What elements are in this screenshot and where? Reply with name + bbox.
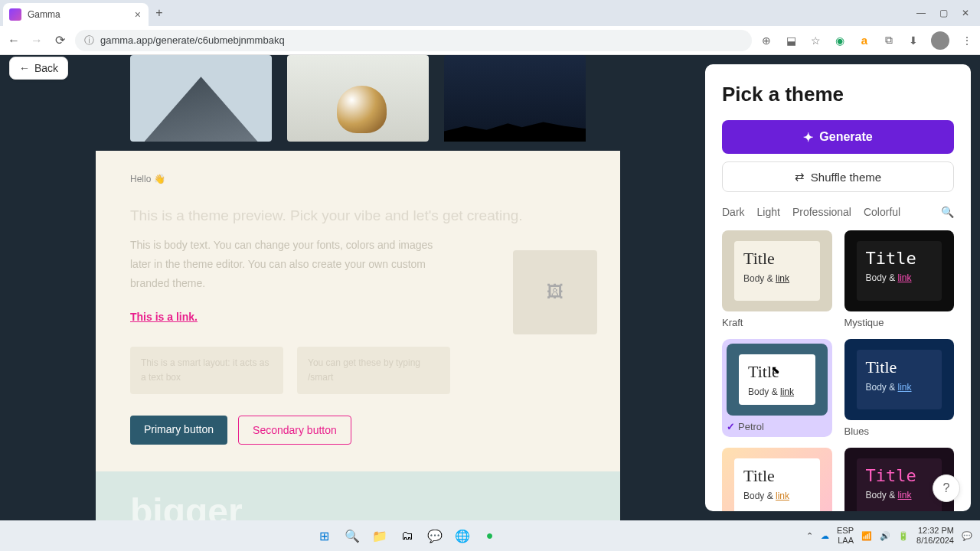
wifi-icon[interactable]: 📶	[861, 531, 872, 541]
smart-layout-box: This is a smart layout: it acts as a tex…	[130, 347, 283, 394]
theme-name-label: Mystique	[844, 317, 955, 328]
preview-canvas[interactable]: Hello 👋 This is a theme preview. Pick yo…	[96, 55, 620, 520]
notification-icon[interactable]: 💬	[962, 531, 972, 541]
browser-titlebar: Gamma × + — ▢ ✕	[0, 0, 980, 26]
preview-body: This is body text. You can change your f…	[130, 236, 436, 294]
theme-name-label: Blues	[844, 425, 955, 437]
explorer-icon[interactable]: 📁	[369, 525, 390, 546]
site-info-icon[interactable]: ⓘ	[84, 34, 94, 47]
tab-title: Gamma	[28, 9, 60, 20]
bigger-heading: bigger	[130, 491, 586, 520]
close-window-icon[interactable]: ✕	[962, 8, 969, 18]
clock[interactable]: 12:32 PM8/16/2024	[916, 526, 954, 546]
theme-sidebar: Pick a theme ✦ Generate ⇄ Shuffle theme …	[705, 64, 971, 511]
secondary-button[interactable]: Secondary button	[238, 416, 351, 445]
language-indicator[interactable]: ESPLAA	[837, 526, 854, 546]
preview-image	[287, 55, 429, 142]
preview-slide: bigger This is body text. You can change…	[96, 471, 620, 520]
search-icon[interactable]: 🔍	[341, 525, 363, 546]
minimize-icon[interactable]: —	[916, 8, 926, 18]
shuffle-button[interactable]: ⇄ Shuffle theme	[722, 161, 954, 192]
url-text: gamma.app/generate/c6ubmebjnmmbakq	[100, 34, 285, 46]
chrome-icon[interactable]: 🌐	[452, 525, 473, 546]
preview-image	[130, 55, 272, 142]
new-tab-button[interactable]: +	[149, 6, 170, 20]
extensions-icon[interactable]: ⧉	[882, 34, 896, 47]
extension-icon[interactable]: ◉	[833, 34, 847, 47]
profile-avatar[interactable]	[931, 31, 949, 50]
preview-title: This is a theme preview. Pick your vibe …	[130, 207, 586, 224]
theme-name-label: Kraft	[722, 317, 832, 328]
help-button[interactable]: ?	[933, 474, 960, 502]
spotify-icon[interactable]: ●	[479, 525, 501, 546]
preview-image	[444, 55, 586, 142]
maximize-icon[interactable]: ▢	[939, 8, 948, 18]
app-viewport: ← Back Hello 👋 This is a theme preview. …	[0, 55, 980, 520]
amazon-ext-icon[interactable]: a	[858, 34, 871, 47]
filter-dark[interactable]: Dark	[722, 206, 745, 218]
downloads-icon[interactable]: ⬇	[906, 34, 920, 47]
filter-row: Dark Light Professional Colorful 🔍	[722, 206, 954, 218]
start-icon[interactable]: ⊞	[314, 525, 335, 546]
generate-button[interactable]: ✦ Generate	[722, 120, 954, 154]
password-icon[interactable]: ⊕	[760, 34, 773, 47]
battery-icon[interactable]: 🔋	[898, 531, 909, 541]
url-input[interactable]: ⓘ gamma.app/generate/c6ubmebjnmmbakq	[75, 30, 752, 51]
tab-favicon	[9, 8, 21, 21]
close-tab-icon[interactable]: ×	[135, 8, 141, 21]
theme-card-Blues[interactable]: TitleBody & linkBlues	[844, 339, 955, 437]
install-icon[interactable]: ⬓	[784, 34, 798, 47]
theme-card-Kraft[interactable]: TitleBody & linkKraft	[722, 230, 832, 328]
preview-slide: Hello 👋 This is a theme preview. Pick yo…	[96, 151, 620, 471]
forward-icon[interactable]: →	[29, 34, 44, 47]
chat-icon[interactable]: 💬	[424, 525, 446, 546]
sidebar-title: Pick a theme	[722, 83, 954, 106]
taskbar: ⊞ 🔍 📁 🗂 💬 🌐 ● ⌃ ☁ ESPLAA 📶 🔊 🔋 12:32 PM8…	[0, 520, 980, 551]
sparkle-icon: ✦	[803, 130, 813, 145]
address-bar: ← → ⟳ ⓘ gamma.app/generate/c6ubmebjnmmba…	[0, 26, 980, 55]
onedrive-icon[interactable]: ☁	[821, 531, 829, 541]
reload-icon[interactable]: ⟳	[52, 33, 67, 47]
back-button[interactable]: ← Back	[9, 57, 68, 80]
smart-layout-box: You can get these by typing /smart	[297, 347, 450, 394]
filter-colorful[interactable]: Colorful	[864, 206, 900, 218]
primary-button[interactable]: Primary button	[130, 416, 227, 445]
volume-icon[interactable]: 🔊	[880, 531, 890, 541]
theme-card-Mystique[interactable]: TitleBody & linkMystique	[844, 230, 955, 328]
files-icon[interactable]: 🗂	[397, 525, 418, 546]
bookmark-icon[interactable]: ☆	[808, 34, 822, 47]
search-icon[interactable]: 🔍	[941, 206, 954, 218]
hello-label: Hello 👋	[130, 174, 586, 184]
back-icon[interactable]: ←	[6, 34, 21, 47]
menu-icon[interactable]: ⋮	[960, 34, 974, 47]
shuffle-icon: ⇄	[795, 170, 805, 184]
chevron-up-icon[interactable]: ⌃	[806, 531, 813, 541]
filter-professional[interactable]: Professional	[792, 206, 851, 218]
theme-card-4[interactable]: TitleBody & link	[722, 448, 832, 511]
filter-light[interactable]: Light	[757, 206, 780, 218]
arrow-left-icon: ←	[19, 62, 30, 74]
theme-card-Petrol[interactable]: TitleBody & link⬉✓ Petrol	[722, 339, 832, 437]
browser-tab[interactable]: Gamma ×	[3, 3, 149, 26]
theme-name-label: ✓ Petrol	[727, 421, 828, 432]
image-placeholder-icon: 🖼	[513, 250, 597, 334]
preview-link[interactable]: This is a link.	[130, 311, 198, 323]
